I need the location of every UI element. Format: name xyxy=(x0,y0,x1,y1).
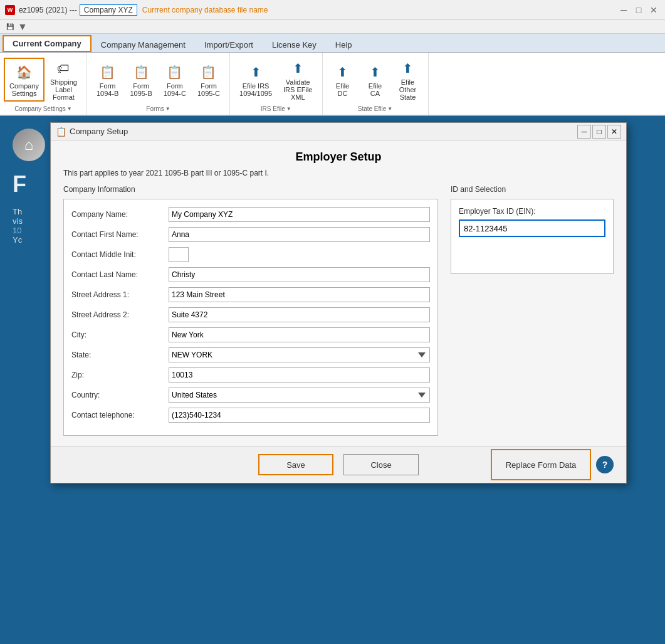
efile-dc-label: EfileDC xyxy=(336,82,349,97)
irs-efile-group-label: IRS Efile ▼ xyxy=(261,105,291,112)
form-1095b-button[interactable]: 📋 Form1095-B xyxy=(125,59,156,100)
company-settings-icon: 🏠 xyxy=(14,62,34,82)
form-1094c-icon: 📋 xyxy=(165,62,185,82)
close-button[interactable]: ✕ xyxy=(647,4,660,16)
id-section-box: Employer Tax ID (EIN): xyxy=(451,199,614,274)
form-1095c-label: Form1095-C xyxy=(197,82,220,97)
tab-company-management[interactable]: Company Management xyxy=(92,37,195,52)
app-name: ez1095 (2021) --- xyxy=(19,6,77,14)
zip-label: Zip: xyxy=(71,371,169,379)
maximize-button[interactable]: □ xyxy=(632,4,645,16)
replace-form-data-button[interactable]: Replace Form Data xyxy=(491,449,591,480)
street-address-1-label: Street Address 1: xyxy=(71,290,169,299)
id-selection-section: ID and Selection Employer Tax ID (EIN): xyxy=(451,185,614,436)
company-info-section: Company Information Company Name: Contac… xyxy=(63,185,438,436)
tab-current-company[interactable]: Current Company xyxy=(3,35,92,52)
save-button[interactable]: Save xyxy=(258,454,333,475)
ein-input[interactable] xyxy=(459,219,605,237)
contact-last-name-input[interactable] xyxy=(169,267,430,282)
dialog-body: Employer Setup This part applies to year… xyxy=(51,140,626,446)
ribbon-group-forms: 📋 Form1094-B 📋 Form1095-B 📋 Form1094-C 📋… xyxy=(87,53,230,115)
efile-ca-label: EfileCA xyxy=(369,82,382,97)
country-label: Country: xyxy=(71,391,169,399)
company-setup-dialog: 📋 Company Setup ─ □ ✕ Employer Setup Thi… xyxy=(50,122,627,483)
company-annotation: Currrent company database file name xyxy=(142,6,268,14)
state-select[interactable]: NEW YORK CALIFORNIA TEXAS FLORIDA xyxy=(169,347,430,362)
zip-row: Zip: xyxy=(71,367,430,383)
bg-link[interactable]: 10 xyxy=(13,226,21,235)
dialog-footer: Save Close Replace Form Data ? xyxy=(51,446,626,483)
company-name-input[interactable] xyxy=(169,207,430,222)
window-controls: ─ □ ✕ xyxy=(617,4,660,16)
help-button[interactable]: ? xyxy=(596,456,614,473)
shipping-label-button[interactable]: 🏷 ShippingLabelFormat xyxy=(46,55,81,104)
dialog-title: Company Setup xyxy=(70,127,128,136)
city-input[interactable] xyxy=(169,327,430,342)
efile-ca-icon: ⬆ xyxy=(365,62,385,82)
phone-row: Contact telephone: xyxy=(71,408,430,423)
quick-dropdown[interactable]: ▼ xyxy=(18,21,28,33)
street-address-1-input[interactable] xyxy=(169,287,430,302)
shipping-label-icon: 🏷 xyxy=(53,58,73,78)
zip-input[interactable] xyxy=(169,367,430,383)
dialog-heading: Employer Setup xyxy=(63,150,614,164)
efile-dc-button[interactable]: ⬆ EfileDC xyxy=(328,59,358,100)
contact-first-name-row: Contact First Name: xyxy=(71,227,430,242)
company-name-row: Company Name: xyxy=(71,207,430,222)
dialog-maximize-button[interactable]: □ xyxy=(592,125,606,139)
irs-efile-buttons: ⬆ Efile IRS1094/1095 ⬆ ValidateIRS EFile… xyxy=(235,55,317,104)
company-settings-button[interactable]: 🏠 CompanySettings xyxy=(5,59,43,100)
efile-irs-button[interactable]: ⬆ Efile IRS1094/1095 xyxy=(235,59,276,100)
validate-irs-button[interactable]: ⬆ ValidateIRS EFileXML xyxy=(279,55,317,104)
contact-middle-init-row: Contact Middle Init: xyxy=(71,247,430,262)
country-row: Country: United States Canada Mexico xyxy=(71,388,430,403)
dialog-subtitle: This part applies to year 2021 1095-B pa… xyxy=(63,169,614,177)
form-1094b-icon: 📋 xyxy=(98,62,118,82)
quick-access-toolbar: 💾 ▼ xyxy=(0,20,665,34)
form-1094c-button[interactable]: 📋 Form1094-C xyxy=(159,59,191,100)
ribbon-group-company-settings: 🏠 CompanySettings 🏷 ShippingLabelFormat … xyxy=(0,53,87,115)
street-address-2-input[interactable] xyxy=(169,307,430,322)
tab-license-key[interactable]: License Key xyxy=(263,37,326,52)
bg-body-text: Thvis 10 Yc xyxy=(13,207,45,245)
quick-save-button[interactable]: 💾 xyxy=(5,22,15,32)
tab-import-export[interactable]: Import/Export xyxy=(195,37,263,52)
minimize-button[interactable]: ─ xyxy=(617,4,630,16)
company-settings-buttons: 🏠 CompanySettings 🏷 ShippingLabelFormat xyxy=(5,55,81,104)
contact-last-name-row: Contact Last Name: xyxy=(71,267,430,282)
efile-irs-label: Efile IRS1094/1095 xyxy=(239,82,272,97)
dialog-close-button[interactable]: ✕ xyxy=(607,125,621,139)
contact-last-name-label: Contact Last Name: xyxy=(71,270,169,279)
contact-middle-init-input[interactable] xyxy=(169,247,189,262)
city-label: City: xyxy=(71,330,169,339)
contact-first-name-label: Contact First Name: xyxy=(71,230,169,239)
bg-page-title: F xyxy=(13,171,45,198)
efile-ca-button[interactable]: ⬆ EfileCA xyxy=(360,59,390,100)
contact-first-name-input[interactable] xyxy=(169,227,430,242)
form-1095b-label: Form1095-B xyxy=(130,82,152,97)
dialog-minimize-button[interactable]: ─ xyxy=(577,125,591,139)
company-name-label: Company Name: xyxy=(71,210,169,219)
footer-right-controls: Replace Form Data ? xyxy=(491,449,614,480)
dialog-controls: ─ □ ✕ xyxy=(577,125,621,139)
state-label: State: xyxy=(71,351,169,359)
efile-other-icon: ⬆ xyxy=(398,58,418,78)
state-efile-group-label: State Efile ▼ xyxy=(358,105,393,112)
form-1095c-icon: 📋 xyxy=(199,62,219,82)
phone-label: Contact telephone: xyxy=(71,411,169,420)
city-row: City: xyxy=(71,327,430,342)
home-circle-icon: ⌂ xyxy=(13,129,45,161)
state-efile-buttons: ⬆ EfileDC ⬆ EfileCA ⬆ EfileOtherState xyxy=(328,55,423,104)
ribbon-group-state-efile: ⬆ EfileDC ⬆ EfileCA ⬆ EfileOtherState St… xyxy=(323,53,429,115)
efile-other-button[interactable]: ⬆ EfileOtherState xyxy=(393,55,423,104)
form-1095b-icon: 📋 xyxy=(131,62,151,82)
validate-irs-icon: ⬆ xyxy=(288,58,308,78)
app-icon: W xyxy=(5,5,15,15)
country-select[interactable]: United States Canada Mexico xyxy=(169,388,430,403)
close-button[interactable]: Close xyxy=(343,454,419,475)
phone-input[interactable] xyxy=(169,408,430,423)
form-1094b-button[interactable]: 📋 Form1094-B xyxy=(92,59,123,100)
forms-group-label: Forms ▼ xyxy=(146,105,170,112)
tab-help[interactable]: Help xyxy=(326,37,362,52)
form-1095c-button[interactable]: 📋 Form1095-C xyxy=(193,59,224,100)
